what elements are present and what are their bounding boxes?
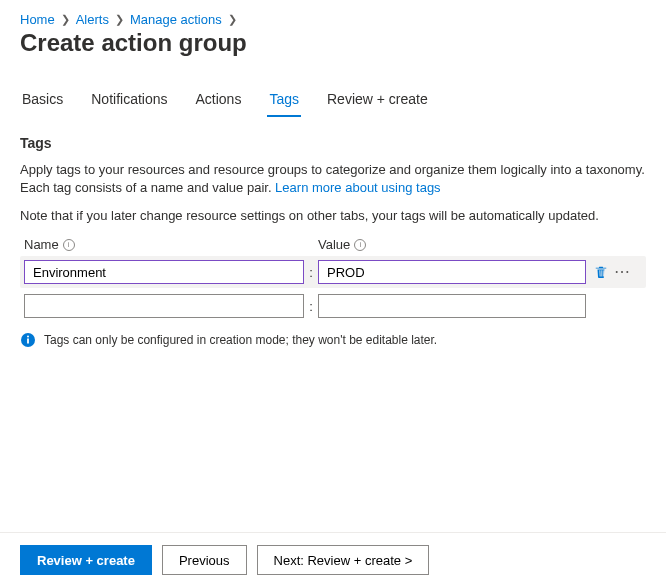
breadcrumb-item[interactable]: Home xyxy=(20,12,55,27)
breadcrumb-item[interactable]: Alerts xyxy=(76,12,109,27)
review-create-button[interactable]: Review + create xyxy=(20,545,152,575)
column-header-name: Name i xyxy=(24,237,304,252)
column-header-value: Value i xyxy=(318,237,586,252)
tag-row: : xyxy=(20,294,646,318)
chevron-right-icon: ❯ xyxy=(59,13,72,26)
tab-strip: Basics Notifications Actions Tags Review… xyxy=(20,85,646,117)
learn-more-link[interactable]: Learn more about using tags xyxy=(275,180,441,195)
tab-review-create[interactable]: Review + create xyxy=(325,85,430,117)
chevron-right-icon: ❯ xyxy=(226,13,239,26)
next-button[interactable]: Next: Review + create > xyxy=(257,545,430,575)
info-icon xyxy=(20,332,36,348)
footer-bar: Review + create Previous Next: Review + … xyxy=(0,532,666,587)
tab-actions[interactable]: Actions xyxy=(194,85,244,117)
info-note-text: Tags can only be configured in creation … xyxy=(44,333,437,347)
colon-separator: : xyxy=(304,299,318,314)
svg-point-2 xyxy=(27,336,29,338)
colon-separator: : xyxy=(304,265,318,280)
svg-rect-1 xyxy=(27,339,29,344)
tab-notifications[interactable]: Notifications xyxy=(89,85,169,117)
column-header-name-text: Name xyxy=(24,237,59,252)
info-icon[interactable]: i xyxy=(63,239,75,251)
delete-icon[interactable] xyxy=(592,263,610,281)
info-icon[interactable]: i xyxy=(354,239,366,251)
tag-name-input[interactable] xyxy=(24,294,304,318)
more-icon[interactable]: ⋯ xyxy=(614,264,631,280)
column-header-value-text: Value xyxy=(318,237,350,252)
page-title: Create action group xyxy=(20,29,646,57)
tags-grid: Name i Value i : xyxy=(20,237,646,318)
tag-name-input[interactable] xyxy=(24,260,304,284)
tag-row: : ⋯ xyxy=(20,256,646,288)
chevron-right-icon: ❯ xyxy=(113,13,126,26)
section-heading: Tags xyxy=(20,135,646,151)
tab-tags[interactable]: Tags xyxy=(267,85,301,117)
breadcrumb-item[interactable]: Manage actions xyxy=(130,12,222,27)
tag-value-input[interactable] xyxy=(318,260,586,284)
breadcrumb: Home ❯ Alerts ❯ Manage actions ❯ xyxy=(20,12,646,27)
tag-value-input[interactable] xyxy=(318,294,586,318)
previous-button[interactable]: Previous xyxy=(162,545,247,575)
section-note: Note that if you later change resource s… xyxy=(20,207,646,225)
info-note: Tags can only be configured in creation … xyxy=(20,332,646,348)
tab-basics[interactable]: Basics xyxy=(20,85,65,117)
section-description: Apply tags to your resources and resourc… xyxy=(20,161,646,197)
